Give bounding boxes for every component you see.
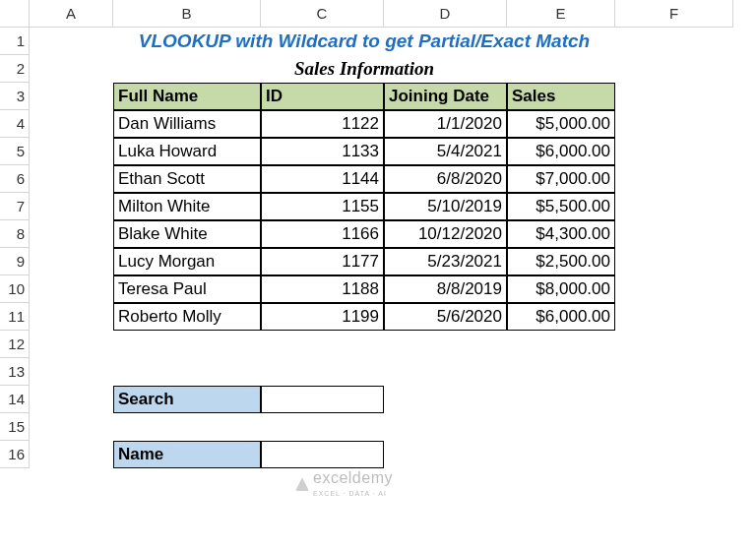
td-id[interactable]: 1177 xyxy=(261,248,384,275)
cell-D13[interactable] xyxy=(384,358,507,386)
row-header-9[interactable]: 9 xyxy=(0,248,30,275)
cell-E15[interactable] xyxy=(507,413,615,441)
cell-E12[interactable] xyxy=(507,331,615,358)
row-header-11[interactable]: 11 xyxy=(0,303,30,331)
row-header-5[interactable]: 5 xyxy=(0,138,30,165)
cell-A8[interactable] xyxy=(30,220,113,248)
cell-F12[interactable] xyxy=(615,331,733,358)
td-sales[interactable]: $5,000.00 xyxy=(507,110,615,138)
row-header-3[interactable]: 3 xyxy=(0,83,30,110)
td-name[interactable]: Teresa Paul xyxy=(113,275,261,303)
col-header-F[interactable]: F xyxy=(615,0,733,28)
cell-E16[interactable] xyxy=(507,441,615,468)
td-join[interactable]: 5/4/2021 xyxy=(384,138,507,165)
row-header-12[interactable]: 12 xyxy=(0,331,30,358)
cell-D14[interactable] xyxy=(384,386,507,413)
page-title[interactable]: VLOOKUP with Wildcard to get Partial/Exa… xyxy=(113,28,615,55)
cell-C15[interactable] xyxy=(261,413,384,441)
row-header-14[interactable]: 14 xyxy=(0,386,30,413)
th-sales[interactable]: Sales xyxy=(507,83,615,110)
td-join[interactable]: 5/10/2019 xyxy=(384,193,507,220)
row-header-1[interactable]: 1 xyxy=(0,28,30,55)
cell-E14[interactable] xyxy=(507,386,615,413)
cell-F2[interactable] xyxy=(615,55,733,83)
cell-F15[interactable] xyxy=(615,413,733,441)
td-name[interactable]: Roberto Molly xyxy=(113,303,261,331)
name-label[interactable]: Name xyxy=(113,441,261,468)
col-header-E[interactable]: E xyxy=(507,0,615,28)
cell-A11[interactable] xyxy=(30,303,113,331)
td-sales[interactable]: $8,000.00 xyxy=(507,275,615,303)
cell-F6[interactable] xyxy=(615,165,733,193)
td-id[interactable]: 1166 xyxy=(261,220,384,248)
cell-B12[interactable] xyxy=(113,331,261,358)
td-sales[interactable]: $6,000.00 xyxy=(507,303,615,331)
name-output[interactable] xyxy=(261,441,384,468)
td-join[interactable]: 1/1/2020 xyxy=(384,110,507,138)
row-header-15[interactable]: 15 xyxy=(0,413,30,441)
cell-A5[interactable] xyxy=(30,138,113,165)
cell-F13[interactable] xyxy=(615,358,733,386)
cell-F5[interactable] xyxy=(615,138,733,165)
col-header-B[interactable]: B xyxy=(113,0,261,28)
cell-D16[interactable] xyxy=(384,441,507,468)
cell-F7[interactable] xyxy=(615,193,733,220)
row-header-16[interactable]: 16 xyxy=(0,441,30,468)
col-header-C[interactable]: C xyxy=(261,0,384,28)
col-header-D[interactable]: D xyxy=(384,0,507,28)
row-header-8[interactable]: 8 xyxy=(0,220,30,248)
td-sales[interactable]: $6,000.00 xyxy=(507,138,615,165)
cell-C13[interactable] xyxy=(261,358,384,386)
page-subtitle[interactable]: Sales Information xyxy=(113,55,615,83)
td-join[interactable]: 5/6/2020 xyxy=(384,303,507,331)
td-name[interactable]: Milton White xyxy=(113,193,261,220)
cell-A9[interactable] xyxy=(30,248,113,275)
cell-D15[interactable] xyxy=(384,413,507,441)
row-header-6[interactable]: 6 xyxy=(0,165,30,193)
search-input[interactable] xyxy=(261,386,384,413)
cell-A12[interactable] xyxy=(30,331,113,358)
td-name[interactable]: Lucy Morgan xyxy=(113,248,261,275)
cell-A16[interactable] xyxy=(30,441,113,468)
td-sales[interactable]: $5,500.00 xyxy=(507,193,615,220)
cell-F11[interactable] xyxy=(615,303,733,331)
cell-F9[interactable] xyxy=(615,248,733,275)
row-header-7[interactable]: 7 xyxy=(0,193,30,220)
td-name[interactable]: Blake White xyxy=(113,220,261,248)
cell-F1[interactable] xyxy=(615,28,733,55)
cell-F8[interactable] xyxy=(615,220,733,248)
cell-B15[interactable] xyxy=(113,413,261,441)
cell-F14[interactable] xyxy=(615,386,733,413)
cell-A15[interactable] xyxy=(30,413,113,441)
cell-B13[interactable] xyxy=(113,358,261,386)
td-sales[interactable]: $7,000.00 xyxy=(507,165,615,193)
cell-A2[interactable] xyxy=(30,55,113,83)
td-id[interactable]: 1122 xyxy=(261,110,384,138)
cell-C12[interactable] xyxy=(261,331,384,358)
td-join[interactable]: 5/23/2021 xyxy=(384,248,507,275)
td-id[interactable]: 1144 xyxy=(261,165,384,193)
cell-A7[interactable] xyxy=(30,193,113,220)
cell-A14[interactable] xyxy=(30,386,113,413)
td-id[interactable]: 1188 xyxy=(261,275,384,303)
cell-E13[interactable] xyxy=(507,358,615,386)
td-name[interactable]: Luka Howard xyxy=(113,138,261,165)
row-header-10[interactable]: 10 xyxy=(0,275,30,303)
cell-A1[interactable] xyxy=(30,28,113,55)
td-join[interactable]: 8/8/2019 xyxy=(384,275,507,303)
cell-A4[interactable] xyxy=(30,110,113,138)
cell-A13[interactable] xyxy=(30,358,113,386)
th-id[interactable]: ID xyxy=(261,83,384,110)
cell-F4[interactable] xyxy=(615,110,733,138)
cell-D12[interactable] xyxy=(384,331,507,358)
cell-A3[interactable] xyxy=(30,83,113,110)
td-join[interactable]: 10/12/2020 xyxy=(384,220,507,248)
row-header-2[interactable]: 2 xyxy=(0,55,30,83)
cell-F16[interactable] xyxy=(615,441,733,468)
col-header-A[interactable]: A xyxy=(30,0,113,28)
row-header-13[interactable]: 13 xyxy=(0,358,30,386)
td-name[interactable]: Ethan Scott xyxy=(113,165,261,193)
th-joining-date[interactable]: Joining Date xyxy=(384,83,507,110)
td-id[interactable]: 1199 xyxy=(261,303,384,331)
th-full-name[interactable]: Full Name xyxy=(113,83,261,110)
